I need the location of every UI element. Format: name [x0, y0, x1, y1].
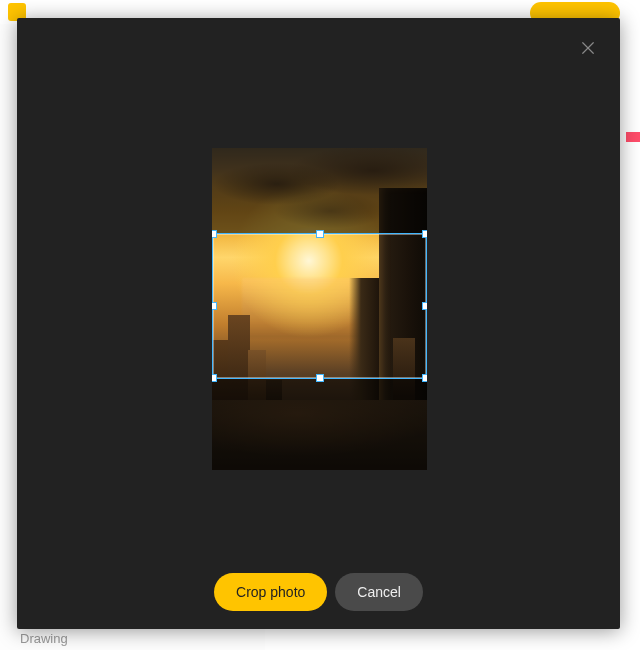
- crop-border: [213, 234, 426, 378]
- sidebar-item-label: Drawing: [20, 631, 68, 646]
- crop-mask-top: [212, 148, 427, 233]
- crop-modal: Crop photo Cancel: [17, 18, 620, 629]
- crop-mask-bottom: [212, 379, 427, 470]
- crop-handle-ml[interactable]: [212, 302, 217, 310]
- crop-handle-bl[interactable]: [212, 374, 217, 382]
- crop-handle-tm[interactable]: [316, 230, 324, 238]
- image-stage: [212, 148, 427, 470]
- modal-footer: Crop photo Cancel: [17, 573, 620, 611]
- cancel-button[interactable]: Cancel: [335, 573, 423, 611]
- close-icon: [579, 39, 597, 61]
- crop-handle-mr[interactable]: [422, 302, 427, 310]
- close-button[interactable]: [568, 30, 608, 70]
- crop-handle-bm[interactable]: [316, 374, 324, 382]
- crop-selection[interactable]: [212, 233, 427, 379]
- crop-handle-br[interactable]: [422, 374, 427, 382]
- corner-ribbon: [626, 132, 640, 142]
- crop-photo-button[interactable]: Crop photo: [214, 573, 327, 611]
- crop-handle-tr[interactable]: [422, 230, 427, 238]
- crop-handle-tl[interactable]: [212, 230, 217, 238]
